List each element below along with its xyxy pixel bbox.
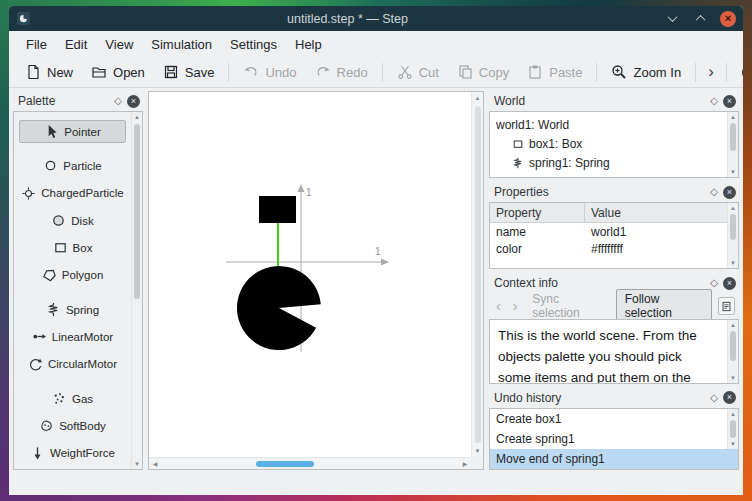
undo-item-move-end-of-spring1[interactable]: Move end of spring1 [490,449,738,469]
undo-icon [243,64,259,80]
tree-item-world1[interactable]: world1: World [490,115,738,134]
undo-item-create-box1[interactable]: Create box1 [490,409,726,429]
undo-item-create-spring1[interactable]: Create spring1 [490,429,726,449]
tree-item-box1[interactable]: box1: Box [490,134,738,153]
column-header-property[interactable]: Property [490,203,585,222]
window-buttons: × [664,11,736,27]
palette-item-polygon[interactable]: Polygon [19,264,126,287]
canvas[interactable]: 1 1 ▲ ▼ ◀ ▶ [148,91,484,470]
palette-item-linearmotor[interactable]: LinearMotor [19,325,126,348]
context-scrollbar[interactable]: ▲ ▼ [727,320,738,383]
scrollbar-thumb[interactable] [730,123,736,151]
back-button[interactable]: ‹ [493,299,504,313]
zoom-in-button[interactable]: Zoom In [603,60,689,84]
menu-simulation[interactable]: Simulation [142,34,221,55]
column-header-value[interactable]: Value [585,203,738,222]
table-row[interactable]: name world1 [490,223,738,240]
toolbar-overflow-button[interactable]: › [702,62,720,82]
scroll-up-icon[interactable]: ▲ [730,320,736,330]
linear-motor-icon [32,329,47,344]
redo-icon [315,64,331,80]
float-panel-icon[interactable]: ◇ [710,393,718,403]
close-panel-button[interactable]: × [723,186,736,199]
new-button[interactable]: New [17,60,81,84]
scroll-down-icon[interactable]: ▼ [730,439,736,449]
canvas-horizontal-scrollbar[interactable]: ◀ ▶ [149,457,471,469]
menu-help[interactable]: Help [286,34,331,55]
float-panel-icon[interactable]: ◇ [710,187,718,197]
undo-button[interactable]: Undo [235,60,304,84]
scroll-down-icon[interactable]: ▼ [730,258,736,268]
scrollbar-thumb[interactable] [256,461,314,467]
menu-file[interactable]: File [17,34,56,55]
app-icon [16,11,31,26]
palette-item-softbody[interactable]: SoftBody [19,414,126,437]
scrollbar-thumb[interactable] [134,124,140,299]
close-panel-button[interactable]: × [723,391,736,404]
sync-selection-button[interactable]: Sync selection [526,290,609,322]
toolbar-separator [382,63,383,82]
scrollbar-thumb[interactable] [730,331,736,361]
forward-button[interactable]: › [510,299,521,313]
scroll-up-icon[interactable]: ▲ [730,203,736,213]
scroll-down-icon[interactable]: ▼ [472,445,484,457]
copy-button[interactable]: Copy [449,60,517,84]
table-row[interactable]: color #ffffffff [490,240,738,257]
titlebar[interactable]: untitled.step * — Step × [9,6,743,31]
scroll-up-icon[interactable]: ▲ [134,112,140,122]
scroll-up-icon[interactable]: ▲ [730,409,736,419]
redo-button[interactable]: Redo [307,60,376,84]
close-panel-button[interactable]: × [723,95,736,108]
maximize-button[interactable] [692,11,708,27]
scroll-right-icon[interactable]: ▶ [459,458,471,470]
palette-item-pointer[interactable]: Pointer [19,120,126,143]
properties-scrollbar[interactable]: ▲ ▼ [727,203,738,268]
palette-item-chargedparticle[interactable]: ChargedParticle [19,182,126,205]
context-doc-button[interactable] [718,297,735,315]
canvas-vertical-scrollbar[interactable]: ▲ ▼ [471,92,483,457]
scene-svg: 1 1 [149,92,471,460]
palette-item-box[interactable]: Box [19,236,126,259]
open-button[interactable]: Open [83,60,153,84]
menu-edit[interactable]: Edit [56,34,96,55]
tree-item-spring1[interactable]: spring1: Spring [490,153,738,172]
palette-item-disk[interactable]: Disk [19,209,126,232]
follow-selection-button[interactable]: Follow selection [616,289,713,323]
box1-object[interactable] [259,196,296,223]
scroll-up-icon[interactable]: ▲ [472,92,484,104]
paste-button[interactable]: Paste [519,60,590,84]
scrollbar-thumb[interactable] [730,214,736,240]
disk-object[interactable] [237,266,321,350]
scroll-down-icon[interactable]: ▼ [134,459,140,469]
minimize-button[interactable] [664,11,680,27]
float-panel-icon[interactable]: ◇ [710,278,718,288]
scroll-down-icon[interactable]: ▼ [730,167,736,177]
cut-button[interactable]: Cut [389,60,447,84]
palette-item-weightforce[interactable]: WeightForce [19,442,126,465]
close-panel-button[interactable]: × [127,95,140,108]
toolbar-separator [726,63,727,82]
undo-scrollbar[interactable]: ▲ ▼ [727,409,738,449]
menu-view[interactable]: View [96,34,142,55]
float-panel-icon[interactable]: ◇ [710,96,718,106]
close-button[interactable]: × [720,11,736,27]
palette-item-particle[interactable]: Particle [19,154,126,177]
world-scrollbar[interactable]: ▲ ▼ [727,112,738,177]
menu-settings[interactable]: Settings [221,34,286,55]
float-panel-icon[interactable]: ◇ [114,96,122,106]
close-panel-button[interactable]: × [723,277,736,290]
palette-scrollbar[interactable]: ▲ ▼ [131,112,142,469]
simulate-button[interactable]: Simulate [733,60,743,85]
world-panel: World ◇ × world1: World box1: Box [489,91,739,178]
palette-item-circularmotor[interactable]: CircularMotor [19,353,126,376]
scroll-left-icon[interactable]: ◀ [149,458,161,470]
palette-item-gas[interactable]: Gas [19,387,126,410]
save-button[interactable]: Save [155,60,223,84]
zoom-in-icon [611,64,627,80]
scrollbar-thumb[interactable] [730,420,736,438]
palette-item-spring[interactable]: Spring [19,298,126,321]
scrollbar-thumb[interactable] [475,106,481,443]
scroll-up-icon[interactable]: ▲ [730,112,736,122]
x-axis-unit-label: 1 [375,246,381,257]
scroll-down-icon[interactable]: ▼ [730,373,736,383]
